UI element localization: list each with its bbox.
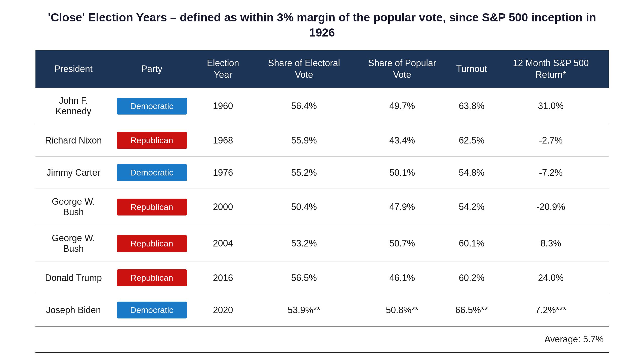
cell-president: John F. Kennedy (35, 88, 112, 124)
cell-year: 2000 (192, 189, 254, 225)
page-title: 'Close' Election Years – defined as with… (35, 10, 609, 40)
cell-year: 1960 (192, 88, 254, 124)
cell-electoral: 55.2% (254, 157, 354, 189)
col-header-year: Election Year (192, 50, 254, 88)
table-row: Donald TrumpRepublican201656.5%46.1%60.2… (35, 262, 609, 294)
cell-popular: 46.1% (354, 262, 450, 294)
cell-turnout: 54.2% (450, 189, 493, 225)
cell-popular: 47.9% (354, 189, 450, 225)
cell-electoral: 53.2% (254, 225, 354, 262)
cell-president: Joseph Biden (35, 294, 112, 327)
cell-party: Democratic (112, 157, 192, 189)
cell-party: Republican (112, 225, 192, 262)
cell-turnout: 62.5% (450, 124, 493, 157)
cell-president: George W. Bush (35, 225, 112, 262)
cell-president: Jimmy Carter (35, 157, 112, 189)
cell-sp500: 8.3% (493, 225, 609, 262)
cell-electoral: 50.4% (254, 189, 354, 225)
table-row: Jimmy CarterDemocratic197655.2%50.1%54.8… (35, 157, 609, 189)
party-badge: Democratic (117, 164, 187, 181)
average-row: Average: 5.7% (35, 327, 609, 352)
table-row: George W. BushRepublican200453.2%50.7%60… (35, 225, 609, 262)
cell-sp500: -7.2% (493, 157, 609, 189)
col-header-electoral: Share of Electoral Vote (254, 50, 354, 88)
table-header-row: President Party Election Year Share of E… (35, 50, 609, 88)
cell-electoral: 56.4% (254, 88, 354, 124)
party-badge: Republican (117, 199, 187, 215)
cell-sp500: 24.0% (493, 262, 609, 294)
party-badge: Republican (117, 132, 187, 149)
cell-electoral: 53.9%** (254, 294, 354, 327)
election-table: President Party Election Year Share of E… (35, 50, 609, 327)
cell-popular: 43.4% (354, 124, 450, 157)
cell-turnout: 54.8% (450, 157, 493, 189)
col-header-turnout: Turnout (450, 50, 493, 88)
cell-party: Republican (112, 262, 192, 294)
cell-year: 2004 (192, 225, 254, 262)
cell-president: George W. Bush (35, 189, 112, 225)
table-row: Joseph BidenDemocratic202053.9%**50.8%**… (35, 294, 609, 327)
col-header-popular: Share of Popular Vote (354, 50, 450, 88)
party-badge: Republican (117, 235, 187, 252)
cell-turnout: 66.5%** (450, 294, 493, 327)
party-badge: Democratic (117, 302, 187, 318)
table-row: Richard NixonRepublican196855.9%43.4%62.… (35, 124, 609, 157)
cell-party: Democratic (112, 294, 192, 327)
cell-turnout: 60.1% (450, 225, 493, 262)
cell-sp500: 7.2%*** (493, 294, 609, 327)
cell-sp500: -2.7% (493, 124, 609, 157)
cell-electoral: 55.9% (254, 124, 354, 157)
party-badge: Democratic (117, 98, 187, 115)
cell-president: Donald Trump (35, 262, 112, 294)
cell-year: 2020 (192, 294, 254, 327)
average-table: Average: 5.7% (35, 327, 609, 353)
table-row: John F. KennedyDemocratic196056.4%49.7%6… (35, 88, 609, 124)
main-container: 'Close' Election Years – defined as with… (20, 0, 624, 360)
col-header-sp500: 12 Month S&P 500 Return* (493, 50, 609, 88)
col-header-president: President (35, 50, 112, 88)
cell-party: Republican (112, 124, 192, 157)
cell-sp500: 31.0% (493, 88, 609, 124)
cell-year: 1968 (192, 124, 254, 157)
cell-popular: 50.7% (354, 225, 450, 262)
average-value: Average: 5.7% (35, 327, 609, 352)
col-header-party: Party (112, 50, 192, 88)
cell-sp500: -20.9% (493, 189, 609, 225)
cell-turnout: 63.8% (450, 88, 493, 124)
cell-year: 2016 (192, 262, 254, 294)
cell-year: 1976 (192, 157, 254, 189)
cell-popular: 50.8%** (354, 294, 450, 327)
cell-party: Democratic (112, 88, 192, 124)
cell-party: Republican (112, 189, 192, 225)
cell-president: Richard Nixon (35, 124, 112, 157)
table-row: George W. BushRepublican200050.4%47.9%54… (35, 189, 609, 225)
cell-popular: 49.7% (354, 88, 450, 124)
cell-popular: 50.1% (354, 157, 450, 189)
cell-electoral: 56.5% (254, 262, 354, 294)
party-badge: Republican (117, 269, 187, 286)
cell-turnout: 60.2% (450, 262, 493, 294)
